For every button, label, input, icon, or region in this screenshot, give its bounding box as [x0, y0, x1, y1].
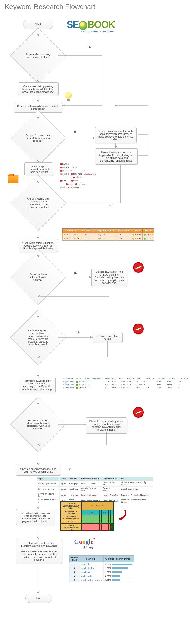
table-row: credit card2,308 80,7224.37 2.86% $6.49 [63, 233, 154, 237]
table-row: 2seo for firefox1.60% [70, 566, 134, 570]
process-seed-list: Create seed list by pasting historical k… [18, 82, 59, 96]
process-ranking-conversion: Use ranking and conversion data to impro… [16, 509, 54, 525]
table-row: credit cards7,167 176,7374.46 4.06% $7.4… [63, 237, 154, 241]
edge-no: No [76, 330, 80, 333]
process-kw-tools: Use a range of Keyword Research tools to… [24, 162, 53, 176]
decision-happy-list: Are you happy with the number and releva… [18, 183, 58, 223]
keyword-cloud: games presentsparty giftideaseve shoppin… [59, 162, 116, 189]
excel-align-table: topicfolderfilenamerelated keywords &pag… [37, 476, 153, 504]
decision-volumes-ctr: Are volumes and click through levels con… [18, 405, 58, 444]
edge-no: No [88, 45, 91, 48]
table-row: buying an existing busi/opporbuy-a-busih… [37, 492, 153, 498]
flowchart-canvas: Keyword Research Flowchart SEBOOK Learn.… [0, 0, 190, 644]
search-traffic-table: Volume RankKeyword ↓↑% of Site's Search … [69, 556, 134, 582]
stop-icon [133, 407, 144, 418]
table-row: startup opportunities/opporindex.phpbusi… [37, 481, 153, 486]
lightbulb-icon [65, 92, 72, 101]
decision-traffic: Is your site receiving any search traffi… [18, 36, 58, 75]
page-title: Keyword Research Flowchart [5, 3, 95, 11]
subtopic-grid: Low valuePrimary single term: 1-2 index … [60, 501, 114, 531]
curve-arrow-icon [113, 508, 127, 522]
adwords-table: ☐ KeywordStatus Current Bid Max CPCClick… [63, 377, 189, 389]
stop-icon [133, 262, 144, 273]
edge-no: No [74, 271, 77, 274]
process-discard-low-value: Discard low value terms [93, 332, 123, 343]
table-row: ☐ seo books Active$3.0040731,8522.10%$1.… [63, 383, 189, 386]
process-track-news: Track news to find hot new products, sto… [16, 539, 63, 564]
process-discard-low-traffic: Discard low traffic terms for SEO planni… [92, 268, 127, 287]
edge-no: No [74, 131, 77, 134]
seobook-logo: SEBOOK Learn. Rank. Dominate. [67, 19, 115, 33]
table-row: 4rank checker0.85% [70, 574, 134, 578]
process-junk-mail: Use junk mail, competing web sites, tele… [95, 127, 137, 143]
process-adwords-test: Test your keyword list by running an Adw… [18, 377, 56, 393]
decision-market-value: Do your keyword terms have significant m… [18, 318, 58, 357]
table-row: ☐ "seo book" Active$3.0048235,0971.30%$1… [63, 386, 189, 389]
folder-icon [8, 175, 18, 183]
process-excel-align: Open an excel spreadsheet and align keyw… [16, 465, 61, 476]
edge-no: No [109, 204, 112, 207]
decision-enough-terms: Do you feel you have enough terms in you… [18, 118, 58, 158]
end-node: End [25, 594, 52, 603]
google-alerts-logo: Google™ Alerts [74, 538, 95, 550]
decision-traffic-volume: Do terms have sufficient traffic volume? [18, 258, 58, 297]
table-row: ☐ [seo book] Active$3.002,46796,5822.55%… [63, 380, 189, 383]
table-row: 1seobook2.07% [70, 562, 134, 566]
keyword-metrics-table: Keyword▾ Clicks ▾ Impressions ▾Position … [63, 228, 154, 241]
table-row: buying a franchise/opporfranchisesopport… [37, 486, 153, 492]
table-row: 5seo book keyword tool0.85% [70, 578, 134, 582]
process-discard-nonperforming: Discard non-performing terms. On pay-per… [86, 418, 127, 434]
stop-icon [133, 324, 144, 334]
table-row: 3seo book1.03% [70, 570, 134, 574]
